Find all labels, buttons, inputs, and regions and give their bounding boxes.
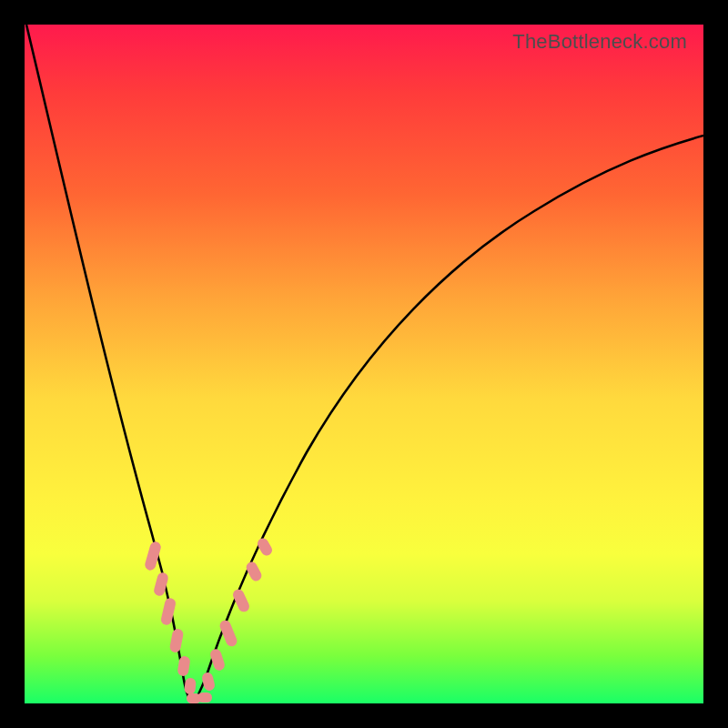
svg-rect-8 — [201, 672, 216, 692]
plot-area: TheBottleneck.com — [25, 25, 703, 703]
svg-rect-0 — [144, 541, 162, 571]
spot-cluster-left — [144, 541, 197, 695]
spot-cluster-right — [201, 536, 274, 692]
bottleneck-curve — [26, 25, 703, 702]
chart-frame: TheBottleneck.com — [0, 0, 728, 728]
svg-rect-7 — [197, 693, 212, 703]
svg-rect-3 — [169, 628, 185, 653]
bottleneck-curve-svg — [25, 25, 703, 703]
spot-trough — [187, 693, 212, 703]
svg-rect-5 — [184, 677, 197, 694]
